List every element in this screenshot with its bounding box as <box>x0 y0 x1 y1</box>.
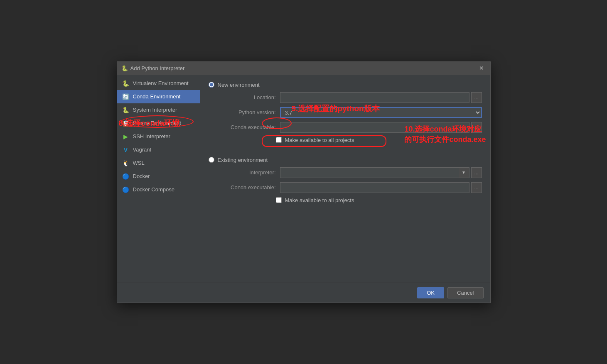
sidebar-item-wsl[interactable]: 🐧 WSL <box>117 156 200 170</box>
location-row: Location: C:\Anaconda\envs\Pointnet2 … <box>209 92 482 103</box>
interpreter-input-group: <No interpreter> ▼ <box>280 167 469 178</box>
python-version-input-wrap: 3.7 <box>280 107 482 118</box>
docker-compose-icon: 🔵 <box>122 186 130 193</box>
close-button[interactable]: ✕ <box>477 64 486 73</box>
location-browse-button[interactable]: … <box>471 92 482 103</box>
conda-exec-existing-browse-button[interactable]: … <box>471 182 482 193</box>
conda-exec-existing-input[interactable]: C:\Anaconda\Scripts\conda.exe <box>280 182 469 193</box>
sidebar: 🐍 Virtualenv Environment 🔄 Conda Environ… <box>117 75 200 283</box>
wsl-icon: 🐧 <box>122 159 130 167</box>
section-divider <box>209 150 482 150</box>
interpreter-input[interactable]: <No interpreter> <box>280 167 459 178</box>
content-area: New environment Location: C:\Anaconda\en… <box>200 75 490 210</box>
python-version-label: Python version: <box>218 109 276 115</box>
conda-exec-new-input-wrap: C:\Anaconda\Scripts\conda.exe … <box>280 122 482 133</box>
location-input[interactable]: C:\Anaconda\envs\Pointnet2 <box>280 92 469 103</box>
interpreter-input-wrap: <No interpreter> ▼ … <box>280 167 482 178</box>
new-env-header: New environment <box>209 82 482 88</box>
sidebar-label-wsl: WSL <box>133 160 145 166</box>
python-version-row: Python version: 3.7 <box>209 107 482 118</box>
title-bar-left: 🐍 Add Python Interpreter <box>121 65 185 71</box>
make-available-existing-row: Make available to all projects <box>267 197 482 203</box>
sidebar-item-docker-compose[interactable]: 🔵 Docker Compose <box>117 183 200 196</box>
dialog-title: Add Python Interpreter <box>130 65 185 71</box>
dialog-body: 🐍 Virtualenv Environment 🔄 Conda Environ… <box>117 75 490 283</box>
interpreter-row: Interpreter: <No interpreter> ▼ … <box>209 167 482 178</box>
make-available-new-checkbox[interactable] <box>276 137 282 143</box>
existing-env-header: Existing environment <box>209 157 482 163</box>
vagrant-icon: V <box>122 146 130 154</box>
sidebar-label-docker-compose: Docker Compose <box>133 186 174 193</box>
interpreter-browse-button[interactable]: … <box>471 167 482 178</box>
conda-exec-new-input[interactable]: C:\Anaconda\Scripts\conda.exe <box>280 122 469 133</box>
title-bar: 🐍 Add Python Interpreter ✕ <box>117 62 490 75</box>
sidebar-item-system[interactable]: 🐍 System Interpreter <box>117 103 200 117</box>
sidebar-label-conda: Conda Environment <box>133 93 181 100</box>
conda-exec-new-browse-button[interactable]: … <box>471 122 482 133</box>
existing-env-radio[interactable] <box>209 157 214 163</box>
sidebar-label-pipenv: Pipenv Environment <box>133 120 181 126</box>
ssh-icon: ▶ <box>122 133 130 140</box>
sidebar-label-ssh: SSH Interpreter <box>133 133 170 139</box>
conda-exec-new-label: Conda executable: <box>218 124 276 130</box>
sidebar-label-docker: Docker <box>133 173 150 179</box>
make-available-existing-label: Make available to all projects <box>285 197 354 203</box>
add-python-interpreter-dialog: 🐍 Add Python Interpreter ✕ 🐍 Virtualenv … <box>117 61 491 303</box>
sidebar-item-docker[interactable]: 🔵 Docker <box>117 170 200 183</box>
conda-icon: 🔄 <box>122 93 130 100</box>
docker-icon: 🔵 <box>122 173 130 180</box>
new-env-radio[interactable] <box>209 82 214 88</box>
new-env-section: New environment Location: C:\Anaconda\en… <box>209 82 482 143</box>
sidebar-label-system: System Interpreter <box>133 107 177 113</box>
ok-button[interactable]: OK <box>417 287 444 298</box>
conda-exec-new-row: Conda executable: C:\Anaconda\Scripts\co… <box>209 122 482 133</box>
location-label: Location: <box>218 94 276 100</box>
sidebar-item-ssh[interactable]: ▶ SSH Interpreter <box>117 130 200 143</box>
python-version-select[interactable]: 3.7 <box>280 107 482 118</box>
make-available-existing-checkbox[interactable] <box>276 197 282 203</box>
cancel-button[interactable]: Cancel <box>447 287 483 298</box>
sidebar-item-vagrant[interactable]: V Vagrant <box>117 143 200 156</box>
existing-env-label: Existing environment <box>218 157 268 163</box>
make-available-new-label: Make available to all projects <box>285 137 354 143</box>
interpreter-label: Interpreter: <box>218 169 276 176</box>
make-available-new-row: Make available to all projects <box>267 137 482 143</box>
python-icon: 🐍 <box>121 65 128 71</box>
content-area-wrapper: New environment Location: C:\Anaconda\en… <box>200 75 490 283</box>
dialog-footer: OK Cancel <box>117 283 490 303</box>
sidebar-item-pipenv[interactable]: 📋 Pipenv Environment <box>117 117 200 130</box>
new-env-label: New environment <box>218 82 260 88</box>
existing-env-section: Existing environment Interpreter: <No in… <box>209 157 482 203</box>
interpreter-dropdown-button[interactable]: ▼ <box>459 167 469 178</box>
sidebar-item-conda[interactable]: 🔄 Conda Environment <box>117 90 200 103</box>
conda-exec-existing-row: Conda executable: C:\Anaconda\Scripts\co… <box>209 182 482 193</box>
conda-exec-existing-label: Conda executable: <box>218 184 276 191</box>
virtualenv-icon: 🐍 <box>122 80 130 87</box>
sidebar-label-vagrant: Vagrant <box>133 147 152 153</box>
pipenv-icon: 📋 <box>122 120 130 127</box>
location-input-wrap: C:\Anaconda\envs\Pointnet2 … <box>280 92 482 103</box>
system-icon: 🐍 <box>122 106 130 114</box>
sidebar-item-virtualenv[interactable]: 🐍 Virtualenv Environment <box>117 77 200 90</box>
sidebar-label-virtualenv: Virtualenv Environment <box>133 80 189 86</box>
conda-exec-existing-input-wrap: C:\Anaconda\Scripts\conda.exe … <box>280 182 482 193</box>
